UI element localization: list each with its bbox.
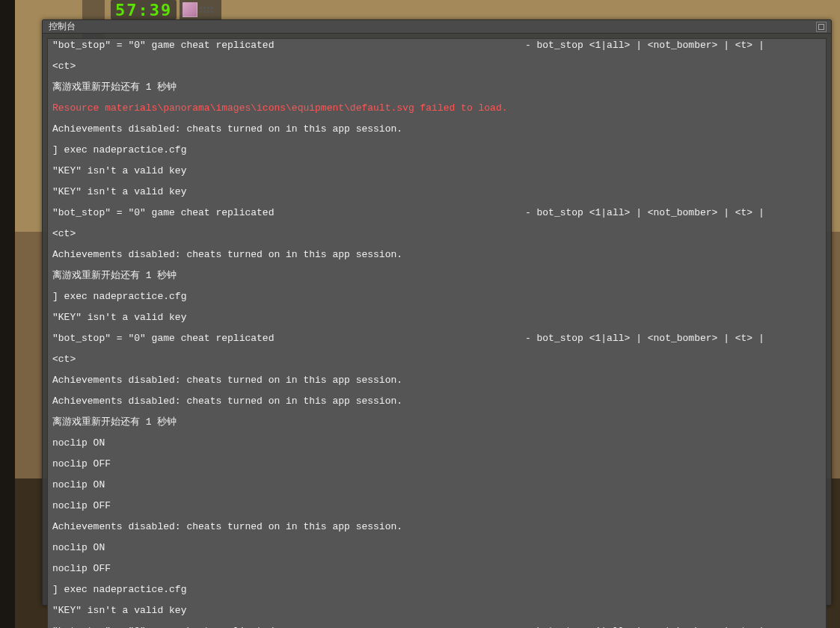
avatar — [183, 2, 197, 17]
console-line: Achievements disabled: cheats turned on … — [52, 522, 821, 532]
console-line: noclip OFF — [52, 501, 821, 511]
console-line: "KEY" isn't a valid key — [52, 606, 821, 616]
console-line: noclip ON — [52, 438, 821, 449]
console-line: 离游戏重新开始还有 1 秒钟 — [52, 417, 821, 428]
hud-slot — [180, 0, 221, 19]
console-line: noclip ON — [52, 480, 821, 490]
console-line: <ct> — [52, 229, 821, 239]
console-title: 控制台 — [49, 20, 76, 33]
console-line: "KEY" isn't a valid key — [52, 313, 821, 323]
console-titlebar[interactable]: 控制台 — [43, 20, 831, 34]
console-line: 离游戏重新开始还有 1 秒钟 — [52, 271, 821, 281]
console-line: Achievements disabled: cheats turned on … — [52, 124, 821, 135]
console-line: ] exec nadepractice.cfg — [52, 292, 821, 302]
svg-rect-0 — [819, 24, 824, 29]
console-line: ] exec nadepractice.cfg — [52, 585, 821, 595]
console-line: <ct> — [52, 61, 821, 72]
hud-top: 57:39 — [111, 0, 221, 19]
console-line: 离游戏重新开始还有 1 秒钟 — [52, 82, 821, 93]
console-line: "KEY" isn't a valid key — [52, 166, 821, 176]
console-line: "bot_stop" = "0" game cheat replicated -… — [52, 208, 821, 218]
console-line: "bot_stop" = "0" game cheat replicated -… — [52, 333, 821, 344]
console-window: 控制台 "bot_stop" = "0" game cheat replicat… — [42, 19, 832, 606]
round-timer: 57:39 — [111, 0, 177, 19]
console-line: Resource materials\panorama\images\icons… — [52, 103, 821, 114]
console-line: Achievements disabled: cheats turned on … — [52, 396, 821, 407]
console-line: "bot_stop" = "0" game cheat replicated -… — [52, 40, 821, 51]
console-output[interactable]: "bot_stop" = "0" game cheat replicated -… — [48, 39, 826, 628]
console-line: noclip ON — [52, 543, 821, 553]
console-line: noclip OFF — [52, 564, 821, 574]
console-line: <ct> — [52, 354, 821, 365]
maximize-icon[interactable] — [816, 22, 827, 32]
console-body: "bot_stop" = "0" game cheat replicated -… — [47, 38, 827, 628]
console-line: "KEY" isn't a valid key — [52, 187, 821, 197]
console-line: ] exec nadepractice.cfg — [52, 145, 821, 156]
console-line: Achievements disabled: cheats turned on … — [52, 250, 821, 260]
console-line: noclip OFF — [52, 459, 821, 470]
console-line: Achievements disabled: cheats turned on … — [52, 375, 821, 386]
hud-pips — [199, 6, 214, 13]
